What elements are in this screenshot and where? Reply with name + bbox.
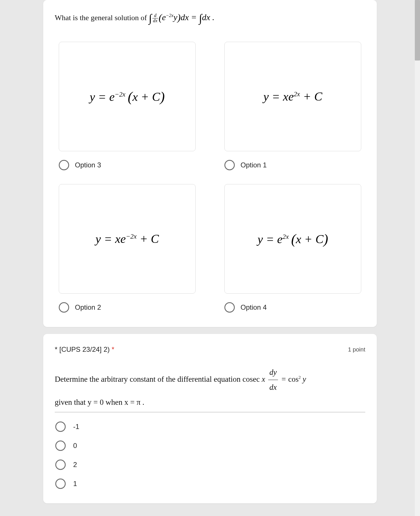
required-asterisk: * — [111, 345, 114, 353]
answer-text-0: -1 — [73, 423, 79, 431]
radio-icon[interactable] — [224, 302, 235, 313]
answer-row-1[interactable]: 0 — [55, 441, 365, 451]
option-2-radio-row[interactable]: Option 2 — [59, 302, 196, 313]
option-card-2[interactable]: y = xe−2x + C — [59, 184, 196, 294]
question-card-2: * [CUPS 23/24] 2) * 1 point Determine th… — [43, 334, 377, 503]
q2-body-part2: given that y = 0 when x = π . — [55, 398, 144, 407]
scrollbar-track[interactable] — [415, 0, 420, 516]
answer-row-2[interactable]: 2 — [55, 460, 365, 470]
question-card-1: What is the general solution of ∫ddx(e−2… — [43, 0, 377, 327]
answer-row-0[interactable]: -1 — [55, 422, 365, 432]
option-1-radio-row[interactable]: Option 1 — [224, 160, 361, 170]
scrollbar-thumb[interactable] — [415, 0, 420, 61]
option-3-formula: y = e−2x (x + C) — [90, 89, 165, 105]
option-2-formula: y = xe−2x + C — [95, 232, 159, 246]
option-card-1[interactable]: y = xe2x + C — [224, 42, 361, 151]
answer-row-3[interactable]: 1 — [55, 479, 365, 489]
q2-title: * [CUPS 23/24] 2) * — [55, 345, 114, 354]
option-4-formula: y = e2x (x + C) — [258, 231, 328, 247]
radio-icon[interactable] — [55, 479, 66, 489]
q1-prompt: What is the general solution of ∫ddx(e−2… — [55, 12, 365, 24]
option-card-3[interactable]: y = e−2x (x + C) — [59, 42, 196, 151]
option-3-radio-row[interactable]: Option 3 — [59, 160, 196, 170]
option-4-label: Option 4 — [241, 303, 267, 311]
q2-body-part1: Determine the arbitrary constant of the … — [55, 375, 262, 383]
answer-text-3: 1 — [73, 480, 77, 488]
radio-icon[interactable] — [55, 422, 66, 432]
q2-title-text: * [CUPS 23/24] 2) — [55, 345, 111, 353]
q2-points: 1 point — [348, 346, 365, 353]
option-card-4[interactable]: y = e2x (x + C) — [224, 184, 361, 294]
option-3-label: Option 3 — [75, 161, 101, 169]
answer-text-1: 0 — [73, 442, 77, 450]
radio-icon[interactable] — [224, 160, 235, 170]
option-1-formula: y = xe2x + C — [263, 90, 322, 103]
q2-body: Determine the arbitrary constant of the … — [55, 365, 365, 412]
radio-icon[interactable] — [59, 302, 69, 313]
answer-text-2: 2 — [73, 461, 77, 469]
option-2-label: Option 2 — [75, 303, 101, 311]
option-1-label: Option 1 — [241, 161, 267, 169]
radio-icon[interactable] — [59, 160, 69, 170]
radio-icon[interactable] — [55, 441, 66, 451]
radio-icon[interactable] — [55, 460, 66, 470]
option-4-radio-row[interactable]: Option 4 — [224, 302, 361, 313]
q1-prompt-text: What is the general solution of — [55, 14, 149, 22]
